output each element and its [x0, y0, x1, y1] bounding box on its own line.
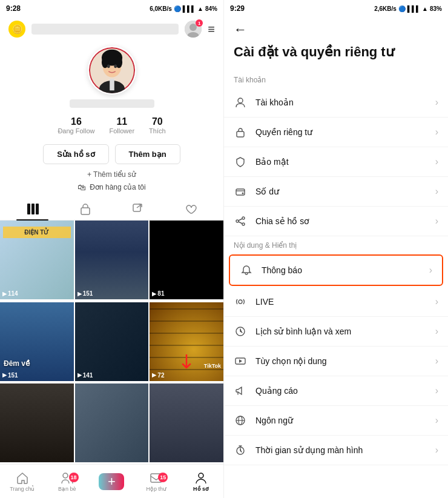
- likes-count: 70: [152, 116, 163, 127]
- share-profile-text: Chia sẻ hồ sơ: [255, 216, 435, 226]
- video-thumb-9[interactable]: [150, 383, 223, 462]
- video-overlay-text: ĐIỆN TỬ: [3, 227, 71, 238]
- play-icon-6: ▶: [152, 372, 156, 378]
- status-icons-right: 2,6KB/s 🔵 ▌▌▌ ▲ 83%: [374, 5, 442, 12]
- video-thumb-5[interactable]: ▶ 141: [75, 302, 149, 381]
- video-play-count-2: ▶ 151: [77, 290, 93, 297]
- top-bar-right: 1 ≡: [185, 21, 215, 38]
- wifi-icon: ▲: [197, 5, 203, 12]
- settings-item-ads[interactable]: Quảng cáo ›: [224, 376, 448, 406]
- settings-item-language[interactable]: Ngôn ngữ ›: [224, 406, 448, 436]
- megaphone-icon: [235, 385, 246, 396]
- stat-following[interactable]: 16 Đang Follow: [58, 116, 94, 134]
- video-thumb-7[interactable]: [0, 383, 74, 462]
- video-play-count-3: ▶ 81: [152, 290, 164, 297]
- settings-item-screen-time[interactable]: Thời gian sử dụng màn hình ›: [224, 436, 448, 465]
- notifications-text: Thông báo: [262, 265, 429, 275]
- add-friend-button[interactable]: Thêm bạn: [115, 144, 180, 164]
- username-large-blurred: [70, 99, 154, 108]
- settings-item-content-options[interactable]: Tùy chọn nội dung ›: [224, 347, 448, 376]
- settings-item-live[interactable]: LIVE ›: [224, 287, 448, 317]
- top-bar-left: 🪙 1 ≡: [0, 17, 223, 41]
- lock-icon-settings: [235, 127, 246, 138]
- live-broadcast-icon: [235, 296, 246, 307]
- order-row[interactable]: 🛍 Đơn hàng của tôi: [77, 182, 145, 192]
- network-speed-left: 6,0KB/s: [150, 5, 172, 12]
- chevron-ads: ›: [435, 385, 438, 396]
- stat-follower[interactable]: 11 Follower: [110, 116, 135, 134]
- svg-rect-14: [31, 204, 35, 214]
- stat-likes[interactable]: 70 Thích: [149, 116, 166, 134]
- nav-inbox[interactable]: 15 Hộp thư: [134, 471, 179, 492]
- settings-item-account[interactable]: Tài khoản ›: [224, 88, 448, 118]
- count-6: 72: [157, 372, 164, 379]
- chevron-screen-time: ›: [435, 445, 438, 456]
- red-arrow-icon: [179, 354, 194, 373]
- settings-item-privacy[interactable]: Quyền riêng tư ›: [224, 118, 448, 147]
- nav-friends[interactable]: 18 Bạn bè: [45, 471, 90, 492]
- wallet-icon: [235, 186, 246, 197]
- video-bg-7: [0, 383, 74, 462]
- video-thumb-1[interactable]: ĐIỆN TỬ ▶ 114: [0, 221, 74, 299]
- svg-point-25: [242, 217, 245, 219]
- nav-friends-label: Bạn bè: [58, 486, 76, 492]
- create-button[interactable]: +: [99, 473, 124, 490]
- video-play-count-1: ▶ 114: [2, 290, 18, 297]
- tab-locked[interactable]: [59, 198, 111, 220]
- play-icon-2: ▶: [77, 291, 82, 297]
- video-thumb-4[interactable]: Đêm về ▶ 151: [0, 302, 74, 381]
- content-options-icon: [234, 354, 247, 368]
- video-thumb-6[interactable]: TikTok ▶ 72: [150, 302, 223, 381]
- time-left: 9:28: [6, 4, 21, 13]
- settings-item-security[interactable]: Bảo mật ›: [224, 147, 448, 177]
- globe-icon: [235, 415, 246, 426]
- left-panel: 9:28 6,0KB/s 🔵 ▌▌▌ ▲ 84% 🪙 1: [0, 0, 224, 498]
- wifi-icon-right: ▲: [422, 5, 428, 12]
- tab-liked[interactable]: [165, 198, 217, 220]
- profile-icon: [194, 471, 208, 485]
- shield-icon: [235, 156, 246, 167]
- security-icon: [234, 155, 247, 168]
- video-thumb-3[interactable]: ▶ 81: [150, 221, 223, 299]
- count-5: 141: [83, 372, 93, 379]
- settings-item-balance[interactable]: Số dư ›: [224, 177, 448, 207]
- video-thumb-8[interactable]: [75, 383, 149, 462]
- signal-icon: ▌▌▌: [183, 5, 196, 12]
- tab-videos[interactable]: [6, 198, 59, 220]
- settings-item-history[interactable]: Lịch sử bình luận và xem ›: [224, 317, 448, 347]
- avatar-wrapper[interactable]: 1: [185, 21, 202, 38]
- clock-icon: [235, 326, 246, 337]
- svg-point-9: [107, 65, 110, 68]
- hamburger-menu[interactable]: ≡: [208, 22, 215, 36]
- svg-point-28: [239, 300, 242, 304]
- video-thumb-2[interactable]: ▶ 151: [75, 221, 149, 299]
- add-bio-link[interactable]: + Thêm tiểu sử: [87, 170, 136, 179]
- order-label: Đơn hàng của tôi: [90, 183, 145, 191]
- chevron-share-profile: ›: [435, 216, 438, 227]
- tab-shared[interactable]: [112, 198, 165, 220]
- video-bg-9: [150, 383, 223, 462]
- play-icon-4: ▶: [2, 372, 7, 378]
- bluetooth-icon: 🔵: [174, 5, 181, 12]
- profile-section: 16 Đang Follow 11 Follower 70 Thích Sửa …: [0, 41, 223, 196]
- settings-item-notifications[interactable]: Thông báo ›: [229, 254, 443, 286]
- settings-item-share-profile[interactable]: Chia sẻ hồ sơ ›: [224, 207, 448, 236]
- chevron-account: ›: [435, 97, 438, 108]
- nav-home[interactable]: Trang chủ: [0, 471, 45, 492]
- coin-icon[interactable]: 🪙: [8, 21, 25, 38]
- home-icon: [16, 471, 29, 485]
- chevron-privacy: ›: [435, 127, 438, 138]
- tabs-row: [0, 198, 223, 221]
- nav-profile[interactable]: Hồ sơ: [179, 471, 223, 492]
- nav-create[interactable]: +: [90, 473, 134, 490]
- nav-home-label: Trang chủ: [10, 486, 35, 492]
- status-bar-right: 9:29 2,6KB/s 🔵 ▌▌▌ ▲ 83%: [224, 0, 448, 17]
- following-count: 16: [71, 116, 82, 127]
- content-options-text: Tùy chọn nội dung: [255, 356, 435, 366]
- back-button[interactable]: ←: [234, 22, 247, 37]
- count-1: 114: [8, 290, 18, 297]
- chevron-notifications: ›: [429, 265, 432, 276]
- edit-profile-button[interactable]: Sửa hồ sơ: [43, 144, 108, 164]
- account-text: Tài khoản: [255, 98, 435, 107]
- nav-inbox-label: Hộp thư: [147, 486, 167, 492]
